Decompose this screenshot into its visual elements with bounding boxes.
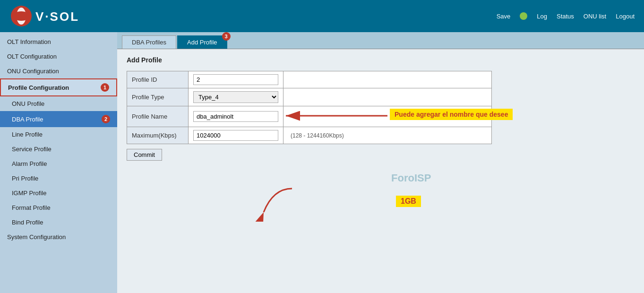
maximum-range: (128 - 1244160Kbps) [288, 132, 344, 139]
log-link[interactable]: Log [537, 13, 547, 20]
sidebar-item-olt-information[interactable]: OLT Information [0, 34, 117, 49]
save-button[interactable]: Save [497, 13, 511, 20]
tab-badge-3: 3 [222, 32, 231, 41]
sidebar-item-alarm-profile[interactable]: Alarm Profile [0, 156, 117, 171]
status-link[interactable]: Status [557, 13, 574, 20]
profile-type-extra [283, 88, 492, 106]
section-title: Add Profile [127, 56, 635, 64]
logo: V·SOL [9, 4, 113, 28]
tab-add-profile[interactable]: Add Profile 3 [177, 35, 227, 49]
profile-id-cell [189, 71, 283, 88]
sidebar-item-onu-configuration[interactable]: ONU Configuration [0, 64, 117, 78]
profile-name-row: Profile Name [127, 106, 492, 127]
maximum-input[interactable] [193, 130, 278, 141]
main-content: Add Profile Profile ID Profile Type Type… [117, 49, 644, 293]
profile-name-cell [189, 106, 283, 127]
maximum-label: Maximum(Kbps) [127, 127, 189, 144]
profile-type-select[interactable]: Type_1 Type_2 Type_3 Type_4 Type_5 [193, 91, 278, 103]
sidebar-item-pri-profile[interactable]: Pri Profile [0, 171, 117, 186]
main-layout: OLT Information OLT Configuration ONU Co… [0, 32, 644, 293]
profile-id-label: Profile ID [127, 71, 189, 88]
logout-link[interactable]: Logout [616, 13, 635, 20]
sidebar-item-igmp-profile[interactable]: IGMP Profile [0, 186, 117, 200]
profile-id-extra [283, 71, 492, 88]
profile-type-cell: Type_1 Type_2 Type_3 Type_4 Type_5 [189, 88, 283, 106]
badge-1gb: 1GB [396, 196, 421, 207]
profile-id-row: Profile ID [127, 71, 492, 88]
header: V·SOL Save Log Status ONU list Logout [0, 0, 644, 32]
sidebar-item-bind-profile[interactable]: Bind Profile [0, 215, 117, 230]
profile-type-row: Profile Type Type_1 Type_2 Type_3 Type_4… [127, 88, 492, 106]
sidebar-item-onu-profile[interactable]: ONU Profile [0, 96, 117, 111]
badge-1: 1 [101, 83, 109, 92]
status-indicator [520, 12, 527, 20]
profile-name-input[interactable] [193, 111, 278, 122]
maximum-row: Maximum(Kbps) (128 - 1244160Kbps) [127, 127, 492, 144]
sidebar-item-olt-configuration[interactable]: OLT Configuration [0, 49, 117, 64]
sidebar-item-dba-profile[interactable]: DBA Profile 2 [0, 111, 117, 127]
badge-2: 2 [102, 115, 110, 123]
sidebar-item-format-profile[interactable]: Format Profile [0, 200, 117, 215]
profile-name-arrow-cell: Puede agregar el nombre que desee [283, 106, 492, 127]
header-nav: Save Log Status ONU list Logout [497, 12, 635, 20]
sidebar-item-system-configuration[interactable]: System Configuration [0, 230, 117, 244]
profile-id-input[interactable] [193, 74, 278, 85]
svg-point-2 [13, 11, 30, 21]
add-profile-form: Profile ID Profile Type Type_1 Type_2 Ty… [127, 71, 492, 144]
tab-dba-profiles[interactable]: DBA Profiles [122, 35, 176, 49]
maximum-cell [189, 127, 283, 144]
watermark: ForoISP [391, 172, 431, 184]
profile-type-label: Profile Type [127, 88, 189, 106]
commit-arrow [245, 184, 320, 222]
svg-text:V·SOL: V·SOL [35, 9, 79, 24]
sidebar-item-profile-configuration[interactable]: Profile Configuration 1 [0, 78, 117, 96]
sidebar-item-line-profile[interactable]: Line Profile [0, 127, 117, 142]
onu-list-link[interactable]: ONU list [584, 13, 606, 20]
annotation-text: Puede agregar el nombre que desee [390, 109, 513, 120]
content-area: DBA Profiles Add Profile 3 Add Profile P… [117, 32, 644, 293]
sidebar-item-service-profile[interactable]: Service Profile [0, 142, 117, 156]
maximum-range-cell: (128 - 1244160Kbps) [283, 127, 492, 144]
sidebar: OLT Information OLT Configuration ONU Co… [0, 32, 117, 293]
logo-area: V·SOL [9, 4, 127, 28]
commit-button[interactable]: Commit [127, 149, 162, 161]
tabs-bar: DBA Profiles Add Profile 3 [117, 32, 644, 49]
profile-name-label: Profile Name [127, 106, 189, 127]
